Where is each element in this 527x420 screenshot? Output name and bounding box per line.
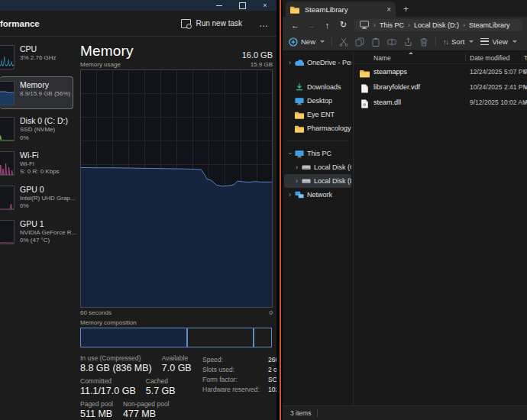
- sidebar-item-desktop[interactable]: Desktop: [284, 94, 351, 108]
- performance-sidebar: CPU 3% 2.76 GHz Memory 8.9/15.9 GB (56%): [0, 37, 77, 420]
- download-icon: [295, 82, 305, 92]
- run-new-task-icon: [181, 19, 191, 28]
- stat-value-in-use: 8.8 GB (836 MB): [80, 363, 152, 373]
- back-button[interactable]: ←: [287, 21, 303, 30]
- tab-steamlibrary[interactable]: SteamLibrary ×: [286, 2, 396, 17]
- address-bar[interactable]: › This PC › Local Disk (D:) › SteamLibra…: [354, 19, 522, 31]
- view-button[interactable]: View: [480, 37, 516, 46]
- tab-close-icon[interactable]: ×: [386, 5, 391, 14]
- sidebar-item-memory[interactable]: Memory 8.9/15.9 GB (56%): [0, 76, 73, 109]
- file-row-libraryfolder[interactable]: libraryfolder.vdf 10/24/2025 2:41 PM V: [354, 79, 527, 95]
- forward-button[interactable]: →: [303, 21, 319, 30]
- memory-sparkline: [0, 81, 15, 105]
- close-button[interactable]: ×: [254, 0, 276, 11]
- disk-sub2: 0%: [20, 134, 68, 142]
- breadcrumb-steamlibrary[interactable]: SteamLibrary: [469, 21, 510, 29]
- breadcrumb-local-disk-d[interactable]: Local Disk (D:): [414, 21, 459, 29]
- file-date: 10/24/2025 2:41 PM: [470, 83, 527, 91]
- sort-button[interactable]: ↑↓ Sort: [443, 37, 474, 46]
- share-button[interactable]: [403, 37, 412, 47]
- folder-icon: [290, 5, 300, 14]
- run-new-task-button[interactable]: Run new task: [176, 17, 247, 31]
- paste-button[interactable]: [371, 37, 380, 47]
- sidebar-item-gpu1[interactable]: GPU 1 NVIDIA GeForce R... 0% (47 °C): [0, 218, 77, 247]
- column-headers: Name Date modified T: [354, 51, 527, 64]
- delete-button[interactable]: [419, 37, 428, 47]
- new-label: New: [301, 37, 315, 46]
- chevron-right-icon[interactable]: ›: [294, 177, 299, 185]
- chevron-right-icon[interactable]: ›: [294, 163, 299, 171]
- chevron-right-icon[interactable]: ›: [287, 59, 293, 66]
- gpu0-sub1: Intel(R) UHD Grap...: [20, 195, 75, 202]
- toolbar-separator: [435, 37, 436, 47]
- chevron-right-icon[interactable]: ›: [287, 191, 293, 199]
- memory-total: 16.0 GB: [242, 50, 273, 60]
- up-button[interactable]: ↑: [319, 21, 335, 30]
- stat-group-2: Committed Cached 11.1/17.0 GB 5.7 GB: [80, 377, 192, 396]
- breadcrumb-this-pc[interactable]: This PC: [380, 21, 404, 29]
- stat-value-available: 7.0 GB: [162, 363, 192, 373]
- column-divider[interactable]: [522, 53, 522, 61]
- run-new-task-label: Run new task: [196, 19, 242, 27]
- gpu0-title: GPU 0: [20, 185, 75, 195]
- file-row-steamapps[interactable]: steamapps 12/24/2025 5:07 PM F: [354, 64, 527, 79]
- column-divider[interactable]: [465, 53, 466, 61]
- file-name: libraryfolder.vdf: [373, 83, 420, 91]
- detail-label-hw-reserved: Hardware reserved:: [202, 385, 268, 395]
- memory-panel-title: Memory: [80, 43, 134, 60]
- memory-usage-graph: [80, 69, 273, 308]
- sidebar-gap: [284, 69, 351, 80]
- memory-stats: In use (Compressed) Available 8.8 GB (83…: [80, 354, 192, 420]
- memory-title: Memory: [20, 80, 70, 90]
- sort-icon: ↑↓: [443, 38, 448, 46]
- sidebar-item-gpu0[interactable]: GPU 0 Intel(R) UHD Grap... 0%: [0, 183, 77, 212]
- sidebar-item-disk0[interactable]: Disk 0 (C: D:) SSD (NVMe) 0%: [0, 115, 77, 144]
- sidebar-item-label: Eye ENT: [307, 111, 335, 118]
- sidebar-item-label: This PC: [307, 150, 331, 157]
- file-name: steam.dll: [373, 99, 401, 106]
- command-toolbar: New ↑↓ Sort View: [283, 33, 527, 51]
- file-row-steam-dll[interactable]: steam.dll 9/12/2025 10:02 AM A: [354, 95, 527, 110]
- gpu1-sparkline: [0, 220, 15, 244]
- stat-value-committed: 11.1/17.0 GB: [80, 386, 136, 396]
- sidebar-item-label: Downloads: [307, 83, 341, 91]
- copy-button[interactable]: [355, 37, 364, 47]
- column-header-name[interactable]: Name: [373, 54, 391, 62]
- sidebar-item-wifi[interactable]: Wi-Fi Wi-Fi S: 0 R: 0 Kbps: [0, 149, 77, 178]
- sidebar-item-network[interactable]: › Network: [284, 188, 351, 202]
- new-button[interactable]: New: [289, 37, 325, 47]
- memory-hardware-details: Speed:2667 MT/s Slots used:2 of 2 Form f…: [202, 355, 276, 420]
- detail-value-speed: 2667 MT/s: [268, 355, 276, 365]
- cpu-sub: 3% 2.76 GHz: [20, 54, 57, 62]
- column-header-date-modified[interactable]: Date modified: [470, 54, 509, 62]
- sidebar-item-onedrive[interactable]: › OneDrive - Persona: [284, 56, 351, 69]
- sidebar-item-cpu[interactable]: CPU 3% 2.76 GHz: [0, 43, 77, 71]
- more-options-button[interactable]: …: [259, 18, 269, 29]
- sidebar-item-pharmacology[interactable]: Pharmacology: [284, 121, 351, 135]
- stat-label-in-use: In use (Compressed): [80, 354, 152, 362]
- wifi-sparkline: [0, 151, 15, 176]
- sidebar-item-local-disk-c[interactable]: › Local Disk (C:): [284, 160, 351, 174]
- maximize-button[interactable]: [231, 0, 254, 11]
- column-header-type[interactable]: T: [524, 54, 527, 62]
- stat-label-available: Available: [162, 354, 192, 362]
- disk-sparkline: [0, 117, 15, 141]
- sidebar-item-eye-ent[interactable]: Eye ENT: [284, 108, 351, 121]
- cut-button[interactable]: [339, 37, 348, 47]
- new-tab-button[interactable]: +: [403, 4, 409, 17]
- minimize-button[interactable]: [208, 0, 231, 11]
- refresh-button[interactable]: ↻: [335, 20, 351, 30]
- sidebar-item-local-disk-d[interactable]: › Local Disk (D:): [284, 174, 351, 188]
- sidebar-item-downloads[interactable]: Downloads: [284, 80, 351, 94]
- tab-bar: SteamLibrary × +: [283, 0, 527, 17]
- breadcrumb-separator: ›: [463, 21, 465, 29]
- sidebar-item-this-pc[interactable]: › This PC: [284, 147, 351, 160]
- x-axis-right-label: 0: [270, 309, 273, 316]
- stat-group-1: In use (Compressed) Available 8.8 GB (83…: [80, 354, 192, 373]
- rename-button[interactable]: [387, 37, 396, 47]
- detail-value-slots: 2 of 2: [268, 365, 276, 375]
- status-divider: [317, 409, 318, 417]
- chevron-down-icon[interactable]: ›: [286, 151, 294, 157]
- folder-icon: [295, 110, 305, 119]
- file-date: 9/12/2025 10:02 AM: [470, 99, 527, 106]
